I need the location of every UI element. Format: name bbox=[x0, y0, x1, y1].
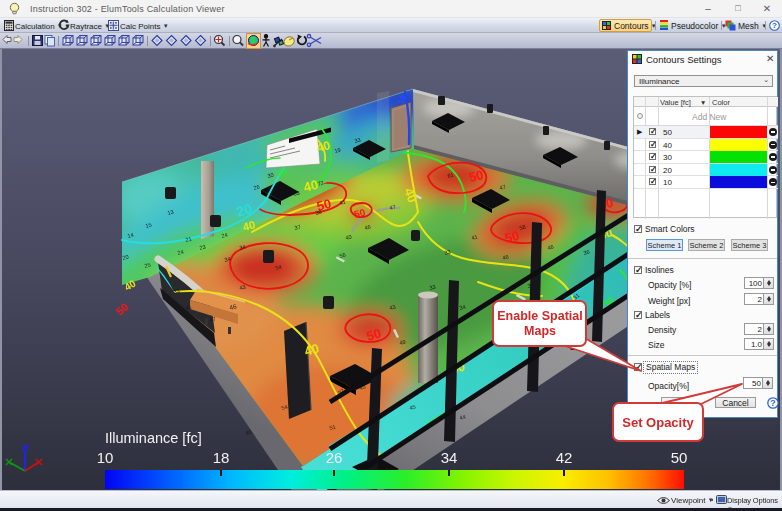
svg-text:Maps: Maps bbox=[524, 324, 556, 338]
svg-text:Enable Spatial: Enable Spatial bbox=[497, 309, 582, 323]
svg-text:Set Opacity: Set Opacity bbox=[622, 415, 694, 430]
